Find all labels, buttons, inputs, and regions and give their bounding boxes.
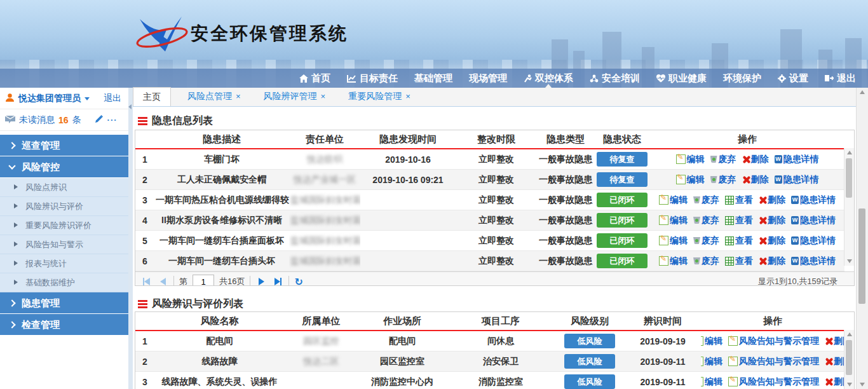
hazard-detail-button[interactable]: W隐患详情 bbox=[791, 256, 836, 267]
delete-button[interactable]: 删除 bbox=[825, 336, 844, 347]
nav-dual-control[interactable]: 双控体系 bbox=[515, 69, 581, 88]
sidebar-item-inspection[interactable]: 巡查管理 bbox=[0, 135, 128, 156]
sidebar-item-risk-control[interactable]: 风险管控 bbox=[0, 156, 128, 178]
risk-notice-button[interactable]: 风险告知与警示管理 bbox=[728, 356, 819, 367]
table-row[interactable]: 5 一期车间一缝纫车台插座面板坏 盐城国际妇女时装有限公司 立即整改 一般事故隐… bbox=[135, 231, 844, 251]
edit-button[interactable]: 编辑 bbox=[701, 376, 722, 388]
nav-logout[interactable]: 退出 bbox=[817, 69, 864, 88]
edit-button[interactable]: 编辑 bbox=[659, 256, 688, 267]
view-button[interactable]: 查看 bbox=[725, 256, 753, 267]
delete-button[interactable]: 删除 bbox=[742, 154, 769, 165]
sidebar-subitem-base-data[interactable]: 基础数据维护 bbox=[0, 273, 128, 292]
edit-button[interactable]: 编辑 bbox=[659, 194, 688, 206]
last-page-button[interactable] bbox=[272, 276, 283, 286]
hazard-table-scrollbar[interactable] bbox=[844, 148, 854, 266]
sidebar-item-check[interactable]: 检查管理 bbox=[0, 314, 128, 336]
tab-risk-eval: 风险辨评管理× bbox=[257, 87, 332, 106]
hazard-detail-button[interactable]: W隐患详情 bbox=[791, 235, 836, 247]
delete-button[interactable]: 删除 bbox=[742, 174, 769, 186]
sidebar-subitem-major-risk[interactable]: 重要风险辨识评价 bbox=[0, 216, 128, 235]
scroll-down-icon[interactable] bbox=[860, 383, 865, 386]
hazard-detail-button[interactable]: W隐患详情 bbox=[791, 215, 836, 226]
close-icon[interactable]: × bbox=[236, 92, 241, 101]
hazard-detail-button[interactable]: W隐患详情 bbox=[775, 154, 819, 165]
delete-button[interactable]: 删除 bbox=[825, 356, 844, 367]
view-button[interactable]: 查看 bbox=[725, 215, 753, 226]
edit-button[interactable]: 编辑 bbox=[659, 215, 688, 226]
discard-button[interactable]: 废弃 bbox=[693, 256, 719, 267]
user-icon bbox=[5, 93, 15, 104]
next-page-button[interactable] bbox=[255, 276, 267, 286]
scroll-thumb[interactable] bbox=[846, 340, 852, 375]
scroll-down-icon[interactable] bbox=[847, 259, 852, 263]
tab-home[interactable]: 主页 bbox=[133, 87, 171, 106]
table-row[interactable]: 6 一期车间一缝纫车台插头坏 盐城国际妇女时装有限公司 立即整改 一般事故隐患 … bbox=[135, 251, 844, 271]
scroll-thumb[interactable] bbox=[858, 208, 865, 304]
more-options[interactable]: ··· bbox=[107, 115, 118, 125]
delete-button[interactable]: 删除 bbox=[759, 256, 785, 267]
edit-button[interactable]: 编辑 bbox=[701, 356, 722, 367]
view-button[interactable]: 查看 bbox=[725, 235, 753, 247]
scroll-thumb[interactable] bbox=[846, 158, 852, 198]
scroll-down-icon[interactable] bbox=[847, 383, 852, 386]
nav-site-mgmt[interactable]: 现场管理 bbox=[461, 69, 515, 88]
edit-button[interactable]: 编辑 bbox=[659, 235, 688, 247]
nav-occupational-health[interactable]: 职业健康 bbox=[648, 69, 715, 88]
edit-button[interactable]: 编辑 bbox=[676, 174, 705, 186]
risk-notice-button[interactable]: 风险告知与警示管理 bbox=[728, 336, 819, 347]
close-icon[interactable]: × bbox=[405, 92, 410, 101]
sidebar-item-hazard[interactable]: 隐患管理 bbox=[0, 292, 128, 314]
triangle-right-icon bbox=[14, 242, 18, 247]
table-row[interactable]: 1 车棚门坏 悦达纺织 2019-10-16 立即整改 一般事故隐患 待复查 编… bbox=[135, 149, 844, 170]
risk-header-row: 风险名称 所属单位 作业场所 项目工序 风险级别 辨识时间 操作 bbox=[135, 312, 844, 331]
table-row[interactable]: 2 线路故障 悦达二区 园区监控室 治安保卫 低风险 2019-09-11 编辑… bbox=[135, 351, 844, 372]
delete-button[interactable]: 删除 bbox=[825, 376, 844, 388]
sidebar-subitem-risk-notice[interactable]: 风险告知与警示 bbox=[0, 235, 128, 254]
refresh-icon[interactable]: ↻ bbox=[294, 276, 302, 287]
compose-icon[interactable] bbox=[94, 114, 104, 126]
notice-icon bbox=[728, 336, 738, 346]
delete-button[interactable]: 删除 bbox=[759, 194, 785, 206]
risk-table-scrollbar[interactable] bbox=[844, 330, 854, 389]
user-name[interactable]: 悦达集团管理员 bbox=[18, 93, 81, 104]
nav-target-duty[interactable]: 目标责任 bbox=[339, 69, 406, 88]
sidebar-collapse-gutter[interactable] bbox=[128, 88, 133, 389]
delete-button[interactable]: 删除 bbox=[759, 215, 785, 226]
delete-button[interactable]: 删除 bbox=[759, 235, 785, 247]
discard-button[interactable]: 废弃 bbox=[693, 194, 719, 206]
table-row[interactable]: 3 线路故障、系统失灵、误操作 消防监控中心内 消防监控室 低风险 2019-0… bbox=[135, 372, 844, 389]
close-icon[interactable]: × bbox=[321, 92, 326, 101]
view-button[interactable]: 查看 bbox=[725, 194, 753, 206]
sidebar-subitem-risk-eval[interactable]: 风险辨识与评价 bbox=[0, 197, 128, 216]
prev-page-button[interactable] bbox=[157, 276, 168, 286]
page-input[interactable] bbox=[193, 275, 214, 286]
sidebar-subitem-reports[interactable]: 报表与统计 bbox=[0, 254, 128, 273]
user-logout-link[interactable]: 退出 bbox=[104, 93, 121, 104]
discard-button[interactable]: 废弃 bbox=[693, 215, 719, 226]
scroll-up-icon[interactable] bbox=[847, 151, 852, 154]
sidebar-subitem-risk-point[interactable]: 风险点辨识 bbox=[0, 178, 128, 197]
nav-settings[interactable]: 设置 bbox=[770, 69, 817, 88]
nav-environment[interactable]: 环境保护 bbox=[715, 69, 770, 88]
table-row[interactable]: 4 II期水泵房设备维修标识不清晰 盐城国际妇女时装有限公司 立即整改 一般事故… bbox=[135, 210, 844, 231]
messages-label[interactable]: 未读消息 bbox=[19, 114, 55, 126]
page-scrollbar[interactable] bbox=[856, 88, 868, 389]
risk-notice-button[interactable]: 风险告知与警示管理 bbox=[728, 376, 819, 388]
discard-button[interactable]: 废弃 bbox=[710, 154, 736, 165]
user-dropdown-caret-icon[interactable] bbox=[85, 97, 90, 100]
hazard-detail-button[interactable]: W隐患详情 bbox=[775, 174, 819, 186]
table-row[interactable]: 1 配电间 园区监控 配电间 间休息 低风险 2019-09-19 编辑 风险告… bbox=[135, 331, 844, 351]
nav-basic-mgmt[interactable]: 基础管理 bbox=[406, 69, 461, 88]
table-row[interactable]: 2 工人未正确佩戴安全帽 悦达产业城一区 2019-10-16 09:21 立即… bbox=[135, 170, 844, 190]
discard-button[interactable]: 废弃 bbox=[710, 174, 736, 186]
scroll-up-icon[interactable] bbox=[847, 332, 852, 336]
discard-button[interactable]: 废弃 bbox=[693, 235, 719, 247]
nav-safety-training[interactable]: 安全培训 bbox=[581, 69, 648, 88]
edit-button[interactable]: 编辑 bbox=[676, 154, 705, 165]
edit-button[interactable]: 编辑 bbox=[701, 336, 722, 347]
first-page-button[interactable] bbox=[140, 276, 152, 286]
table-row[interactable]: 3 一期车间热压粘合机电源线绷得较紧 盐城国际妇女时装有限公司 立即整改 一般事… bbox=[135, 190, 844, 210]
scroll-up-icon[interactable] bbox=[860, 90, 865, 94]
hazard-detail-button[interactable]: W隐患详情 bbox=[791, 194, 836, 206]
nav-home[interactable]: 首页 bbox=[291, 69, 339, 88]
